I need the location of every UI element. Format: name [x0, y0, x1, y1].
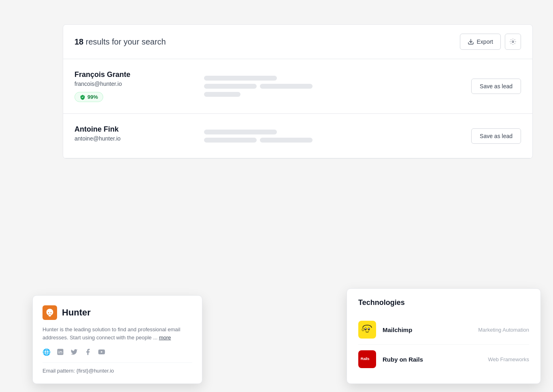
skeleton-line-3	[260, 84, 313, 89]
main-container: 18 results for your search Export	[63, 24, 533, 159]
tech-item-rails: Rails Ruby on Rails Web Frameworks	[358, 345, 529, 374]
rails-logo: Rails	[358, 350, 376, 368]
svg-point-9	[365, 328, 366, 329]
header-actions: Export	[460, 34, 521, 50]
results-label: results	[86, 37, 110, 46]
twitter-icon[interactable]	[70, 348, 78, 356]
person-name-0: François Grante	[74, 70, 188, 79]
person-card-0: François Grante francois@hunter.io 99% S…	[63, 59, 532, 114]
skeleton-line-2	[204, 84, 257, 89]
confidence-badge-0: 99%	[74, 92, 103, 102]
results-number: 18	[74, 37, 83, 46]
skeleton-row-1	[204, 84, 455, 89]
save-lead-button-0[interactable]: Save as lead	[471, 79, 521, 94]
export-button[interactable]: Export	[460, 34, 501, 50]
social-links: 🌐	[43, 348, 192, 356]
company-description: Hunter is the leading solution to find a…	[43, 326, 192, 341]
company-tooltip: Hunter Hunter is the leading solution to…	[32, 295, 202, 384]
person-skeleton-0	[188, 76, 471, 97]
company-logo	[43, 305, 57, 320]
svg-point-3	[51, 312, 51, 313]
person-card-1: Antoine Fink antoine@hunter.io Save as l…	[63, 114, 532, 158]
save-lead-button-1[interactable]: Save as lead	[471, 128, 521, 144]
linkedin-icon[interactable]	[56, 348, 64, 356]
person-email-0: francois@hunter.io	[74, 81, 188, 87]
svg-point-10	[368, 328, 369, 329]
results-count: 18 results for your search	[74, 37, 166, 47]
settings-icon	[510, 38, 516, 45]
rails-category: Web Frameworks	[488, 356, 529, 362]
skeleton-line-6	[204, 138, 257, 143]
youtube-icon[interactable]	[98, 348, 106, 356]
company-more-link[interactable]: more	[159, 334, 171, 341]
website-icon[interactable]: 🌐	[43, 348, 51, 356]
mailchimp-logo	[358, 321, 376, 339]
person-info-1: Antoine Fink antoine@hunter.io	[74, 125, 188, 147]
export-label: Export	[477, 38, 493, 45]
shield-check-icon-0	[80, 94, 85, 100]
hunter-logo-icon	[45, 308, 55, 317]
person-skeleton-1	[188, 130, 471, 143]
svg-text:Rails: Rails	[361, 356, 369, 361]
person-info-0: François Grante francois@hunter.io 99%	[74, 70, 188, 102]
email-pattern: Email pattern: {first}@hunter.io	[43, 362, 192, 374]
person-email-1: antoine@hunter.io	[74, 135, 188, 142]
settings-button[interactable]	[505, 34, 521, 50]
person-name-1: Antoine Fink	[74, 125, 188, 134]
company-name: Hunter	[62, 307, 91, 318]
skeleton-line-5	[204, 130, 277, 134]
skeleton-line-4	[204, 92, 240, 97]
svg-point-2	[48, 312, 49, 313]
mailchimp-category: Marketing Automation	[478, 327, 529, 333]
tech-panel: Technologies Mailchimp Marketing Automat…	[347, 288, 541, 384]
facebook-icon[interactable]	[84, 348, 92, 356]
results-suffix: for your search	[112, 37, 166, 46]
results-header: 18 results for your search Export	[63, 25, 532, 59]
svg-point-1	[512, 41, 514, 43]
skeleton-line-7	[260, 138, 313, 143]
skeleton-line-1	[204, 76, 277, 81]
skeleton-row-2	[204, 138, 455, 143]
tech-item-mailchimp: Mailchimp Marketing Automation	[358, 315, 529, 345]
svg-rect-4	[57, 349, 64, 355]
tech-panel-title: Technologies	[358, 298, 529, 307]
rails-name: Ruby on Rails	[383, 356, 488, 363]
svg-point-11	[362, 328, 364, 331]
confidence-value-0: 99%	[87, 94, 98, 100]
export-icon	[468, 38, 474, 45]
mailchimp-name: Mailchimp	[383, 326, 478, 333]
company-header: Hunter	[43, 305, 192, 320]
